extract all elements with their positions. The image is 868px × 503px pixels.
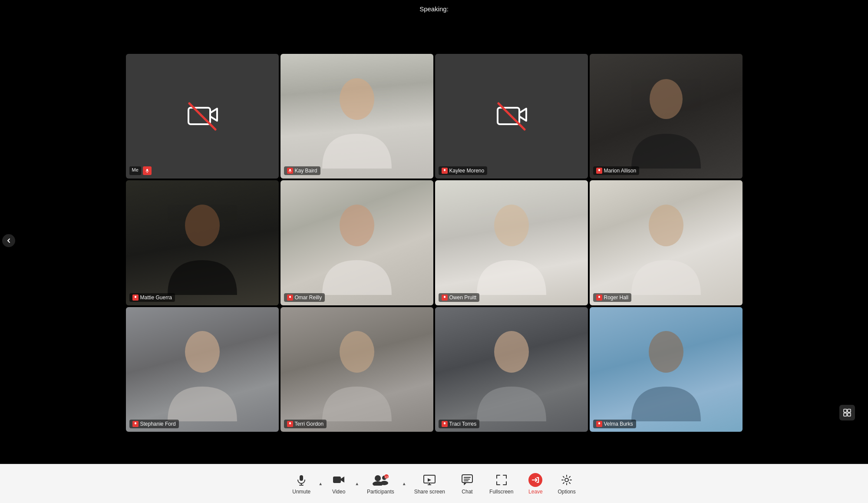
svg-point-23 <box>494 331 529 373</box>
chat-button[interactable]: Chat <box>452 470 482 498</box>
participant-name: Stephanie Ford <box>140 421 176 427</box>
leave-icon <box>528 473 542 487</box>
video-tile-kay-baird: Kay Baird <box>281 54 433 179</box>
svg-rect-18 <box>598 296 600 298</box>
top-bar: Speaking: <box>0 0 868 17</box>
video-button[interactable]: Video <box>323 470 354 498</box>
svg-rect-16 <box>444 296 446 298</box>
chat-icon <box>460 473 474 487</box>
svg-rect-14 <box>289 296 291 298</box>
participant-name: Kaylee Moreno <box>449 168 485 174</box>
video-tile-omar-reilly: Omar Reilly <box>281 180 433 305</box>
video-tile-marion-allison: Marion Allison <box>590 54 743 179</box>
svg-rect-12 <box>135 296 136 298</box>
name-label-traci-torres: Traci Torres <box>439 420 480 428</box>
me-badge: Me <box>129 166 152 175</box>
options-icon <box>560 473 574 487</box>
participant-name: Owen Pruitt <box>449 295 477 301</box>
svg-point-9 <box>650 79 683 119</box>
svg-text:22: 22 <box>385 476 389 479</box>
name-label-velma-burks: Velma Burks <box>593 420 636 428</box>
participants-button[interactable]: 22 Participants <box>360 470 401 498</box>
name-label-roger-hall: Roger Hall <box>593 293 632 302</box>
name-label-terri-gordon: Terri Gordon <box>284 420 327 428</box>
name-label-kay-baird: Kay Baird <box>284 166 320 175</box>
layout-toggle-button[interactable] <box>839 405 855 420</box>
svg-point-15 <box>494 205 529 246</box>
svg-rect-34 <box>333 477 341 483</box>
svg-rect-2 <box>146 169 148 171</box>
svg-rect-8 <box>444 169 446 171</box>
svg-rect-31 <box>300 475 303 481</box>
participant-name: Traci Torres <box>449 421 477 427</box>
name-label-omar-reilly: Omar Reilly <box>284 293 325 302</box>
participants-chevron[interactable]: ▲ <box>401 481 407 486</box>
video-tile-owen-pruitt: Owen Pruitt <box>435 180 588 305</box>
svg-rect-5 <box>289 169 291 171</box>
svg-point-4 <box>340 78 374 120</box>
participant-name: Roger Hall <box>604 295 629 301</box>
svg-rect-27 <box>844 409 847 412</box>
unmute-button[interactable]: Unmute <box>285 470 317 498</box>
unmute-chevron[interactable]: ▲ <box>317 481 323 486</box>
participant-name: Terri Gordon <box>295 421 324 427</box>
video-tile-terri-gordon: Terri Gordon <box>281 307 433 432</box>
svg-point-35 <box>375 475 381 481</box>
participant-name: Velma Burks <box>604 421 633 427</box>
leave-button[interactable]: Leave <box>520 470 551 498</box>
svg-point-52 <box>565 478 568 482</box>
video-grid: Me Kay Baird <box>126 54 743 432</box>
video-area: Me Kay Baird <box>0 17 868 464</box>
video-tile-kaylee-moreno: Kaylee Moreno <box>435 54 588 179</box>
me-mic-icon <box>143 166 152 175</box>
video-label: Video <box>332 489 345 495</box>
video-tile-me: Me <box>126 54 279 179</box>
options-button[interactable]: Options <box>551 470 582 498</box>
svg-point-21 <box>340 331 374 373</box>
video-tile-traci-torres: Traci Torres <box>435 307 588 432</box>
svg-point-17 <box>649 205 683 246</box>
name-label-owen-pruitt: Owen Pruitt <box>439 293 480 302</box>
svg-point-38 <box>380 481 388 485</box>
share-screen-label: Share screen <box>414 489 445 495</box>
video-icon <box>332 473 346 487</box>
fullscreen-button[interactable]: Fullscreen <box>482 470 520 498</box>
mic-icon <box>294 473 308 487</box>
speaking-label: Speaking: <box>419 5 449 13</box>
participant-name: Mattie Guerra <box>140 295 172 301</box>
video-tile-stephanie-ford: Stephanie Ford <box>126 307 279 432</box>
svg-rect-28 <box>848 409 851 412</box>
share-screen-button[interactable]: Share screen <box>407 470 452 498</box>
nav-left-button[interactable] <box>2 234 15 247</box>
name-label-stephanie-ford: Stephanie Ford <box>129 420 179 428</box>
participants-icon: 22 <box>372 473 389 487</box>
svg-point-11 <box>185 205 220 246</box>
video-tile-roger-hall: Roger Hall <box>590 180 743 305</box>
options-label: Options <box>558 489 575 495</box>
svg-rect-10 <box>598 169 600 171</box>
svg-rect-29 <box>844 413 847 416</box>
svg-rect-26 <box>598 422 600 424</box>
participant-name: Omar Reilly <box>295 295 322 301</box>
name-label-kaylee-moreno: Kaylee Moreno <box>439 166 488 175</box>
fullscreen-icon <box>495 473 508 487</box>
svg-rect-20 <box>135 422 136 424</box>
svg-rect-24 <box>444 422 446 424</box>
svg-point-25 <box>649 331 683 373</box>
unmute-label: Unmute <box>292 489 310 495</box>
video-tile-velma-burks: Velma Burks <box>590 307 743 432</box>
svg-point-19 <box>185 331 220 373</box>
fullscreen-label: Fullscreen <box>489 489 513 495</box>
name-label-mattie-guerra: Mattie Guerra <box>129 293 175 302</box>
video-tile-mattie-guerra: Mattie Guerra <box>126 180 279 305</box>
participants-label: Participants <box>367 489 394 495</box>
chat-label: Chat <box>462 489 472 495</box>
name-label-marion-allison: Marion Allison <box>593 166 640 175</box>
svg-rect-30 <box>848 413 851 416</box>
leave-label: Leave <box>528 489 543 495</box>
video-chevron[interactable]: ▲ <box>354 481 360 486</box>
svg-point-13 <box>340 205 374 246</box>
share-screen-icon <box>422 473 436 487</box>
toolbar: Unmute ▲ Video ▲ 22 Part <box>0 464 868 503</box>
svg-rect-22 <box>289 422 291 424</box>
